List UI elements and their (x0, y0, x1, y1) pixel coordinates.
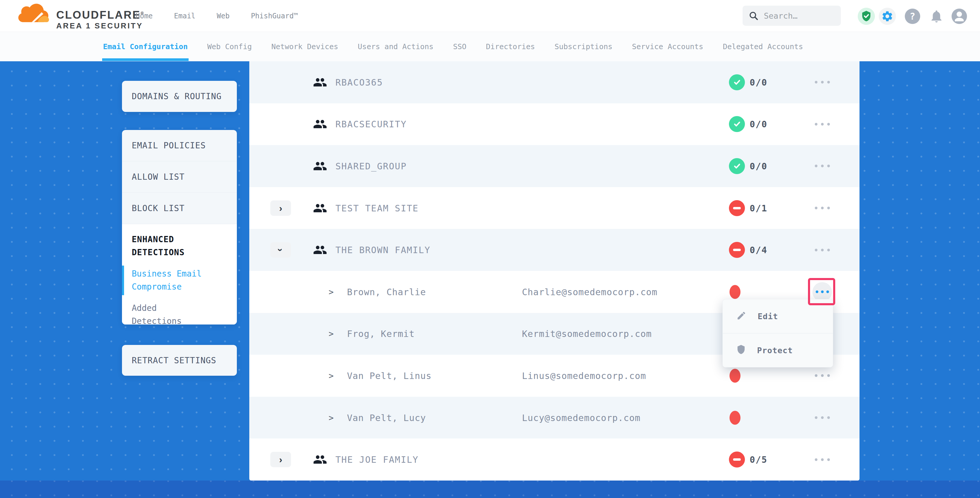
status-blocked-icon (729, 200, 745, 216)
search-icon (748, 11, 759, 21)
group-people-icon (313, 453, 327, 465)
ellipsis-dot (815, 207, 818, 209)
member-email: Charlie@somedemocorp.com (522, 286, 657, 297)
expand-group-button[interactable]: › (270, 200, 291, 216)
primary-nav-link-phishguard-[interactable]: PhishGuard™ (251, 12, 298, 20)
tab-delegated-accounts[interactable]: Delegated Accounts (723, 42, 803, 51)
member-marker-icon: > (329, 413, 334, 423)
groups-users-table: RBACO3650/0RBACSECURITY0/0SHARED_GROUP0/… (249, 61, 859, 480)
status-ok-icon (729, 116, 745, 132)
tab-web-config[interactable]: Web Config (207, 42, 252, 51)
sidebar-item-email-policies[interactable]: EMAIL POLICIES (122, 130, 237, 161)
ellipsis-dot (821, 207, 824, 209)
minus-icon (733, 249, 741, 251)
sidebar-item-enhanced-detections[interactable]: ENHANCED DETECTIONS (132, 233, 206, 259)
menu-item-protect[interactable]: Protect (723, 333, 833, 367)
svg-text:?: ? (910, 11, 915, 22)
group-row: ›TEST TEAM SITE0/1 (249, 187, 859, 229)
ellipsis-dot (827, 123, 830, 126)
tab-network-devices[interactable]: Network Devices (272, 42, 339, 51)
shield-icon (737, 344, 746, 356)
protection-count: 0/5 (750, 455, 767, 465)
chevron-right-icon: › (279, 455, 282, 464)
sidebar-item-allow-list[interactable]: ALLOW LIST (122, 161, 237, 193)
sidebar-item-business-email-compromise[interactable]: Business Email Compromise (132, 267, 209, 293)
secondary-nav-items: Email ConfigurationWeb ConfigNetwork Dev… (0, 32, 980, 61)
row-actions-ellipsis-button[interactable] (813, 366, 832, 385)
sidebar-item-block-list[interactable]: BLOCK LIST (122, 193, 237, 224)
protection-count: 0/1 (750, 203, 767, 213)
primary-nav-link-home[interactable]: Home (135, 12, 153, 20)
ellipsis-dot (821, 249, 824, 251)
protection-count: 0/0 (750, 119, 767, 129)
row-actions-ellipsis-button[interactable] (813, 240, 832, 260)
tab-subscriptions[interactable]: Subscriptions (555, 42, 612, 51)
group-people-icon (313, 118, 327, 130)
sidebar-email-policies-card: EMAIL POLICIESALLOW LISTBLOCK LIST ENHAN… (122, 130, 237, 325)
expand-group-button[interactable]: › (270, 452, 291, 467)
status-alert-dot (730, 369, 740, 382)
sidebar-item-label: ALLOW LIST (132, 172, 185, 182)
sidebar-item-retract-settings[interactable]: RETRACT SETTINGS (122, 345, 237, 376)
group-people-icon (313, 202, 327, 214)
settings-gear-icon[interactable] (879, 8, 896, 25)
member-row: >Van Pelt, LucyLucy@somedemocorp.com (249, 397, 859, 439)
ellipsis-dot (827, 207, 830, 209)
member-name: Van Pelt, Linus (347, 371, 432, 381)
protection-count: 0/0 (750, 77, 767, 88)
search-input[interactable] (763, 11, 838, 21)
group-people-icon (313, 160, 327, 172)
minus-icon (733, 207, 741, 209)
search-box[interactable] (743, 6, 841, 26)
shield-check-icon[interactable] (858, 8, 875, 25)
ellipsis-dot (827, 249, 830, 251)
group-name: THE JOE FAMILY (336, 455, 418, 465)
notifications-bell-icon[interactable] (928, 8, 945, 25)
tab-sso[interactable]: SSO (453, 42, 466, 51)
help-icon[interactable]: ? (904, 8, 921, 25)
primary-nav-link-email[interactable]: Email (174, 12, 196, 20)
pencil-icon (737, 310, 746, 322)
status-ok-icon (729, 74, 745, 90)
row-actions-ellipsis-button[interactable] (813, 156, 832, 176)
row-actions-ellipsis-button[interactable] (813, 450, 832, 469)
ellipsis-dot (821, 458, 824, 461)
row-actions-ellipsis-button[interactable] (813, 114, 832, 134)
tab-users-and-actions[interactable]: Users and Actions (358, 42, 433, 51)
sidebar-item-added-detections[interactable]: Added Detections (132, 302, 209, 325)
sidebar-item-label: EMAIL POLICIES (132, 141, 206, 150)
ellipsis-dot (826, 290, 829, 293)
sidebar-item-domains-routing[interactable]: DOMAINS & ROUTING (122, 81, 237, 112)
group-row: RBACSECURITY0/0 (249, 103, 859, 145)
menu-item-edit[interactable]: Edit (723, 299, 833, 333)
ellipsis-dot (815, 249, 818, 251)
menu-item-label: Protect (757, 346, 793, 355)
member-marker-icon: > (329, 371, 334, 380)
sidebar-enhanced-detections-section[interactable]: ENHANCED DETECTIONS Business Email Compr… (122, 224, 237, 325)
tab-email-configuration[interactable]: Email Configuration (103, 42, 188, 51)
member-email: Kermit@somedemocorp.com (522, 329, 652, 339)
ellipsis-dot (827, 165, 830, 167)
ellipsis-dot (821, 416, 824, 419)
primary-nav-link-web[interactable]: Web (217, 12, 229, 20)
row-actions-ellipsis-button[interactable] (813, 282, 832, 302)
ellipsis-dot (827, 374, 830, 377)
user-account-icon[interactable] (951, 8, 968, 25)
row-actions-ellipsis-button[interactable] (813, 198, 832, 218)
group-name: THE BROWN FAMILY (336, 245, 431, 255)
collapse-group-button[interactable]: › (270, 242, 291, 258)
footer-band (0, 480, 980, 498)
ellipsis-dot (816, 290, 818, 293)
row-actions-ellipsis-button[interactable] (813, 73, 832, 92)
brand-name: CLOUDFLARE (56, 9, 141, 21)
tab-service-accounts[interactable]: Service Accounts (632, 42, 703, 51)
member-marker-icon: > (329, 329, 334, 339)
ellipsis-dot (815, 374, 818, 377)
tab-directories[interactable]: Directories (486, 42, 535, 51)
group-row: SHARED_GROUP0/0 (249, 145, 859, 187)
group-name: TEST TEAM SITE (336, 203, 418, 213)
row-actions-ellipsis-button[interactable] (813, 408, 832, 428)
sidebar-policy-items: EMAIL POLICIESALLOW LISTBLOCK LIST (122, 130, 237, 224)
status-alert-dot (730, 410, 740, 425)
ellipsis-dot (815, 165, 818, 167)
